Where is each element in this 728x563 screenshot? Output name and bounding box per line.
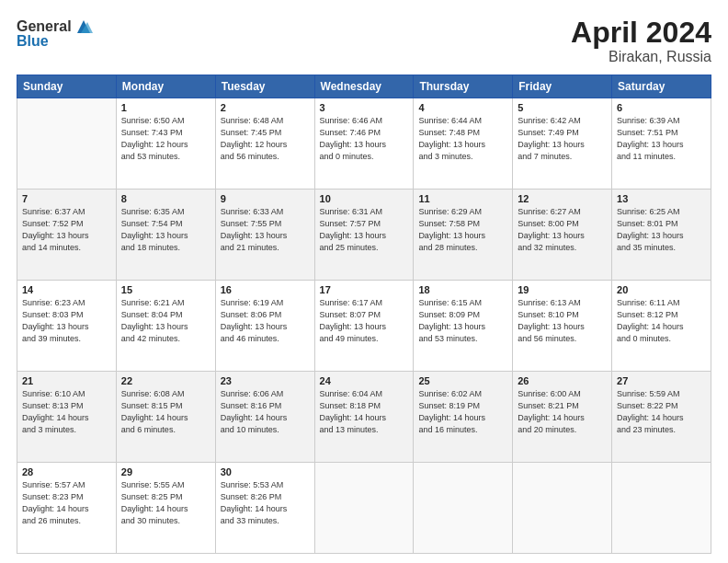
day-number: 8 [121,193,210,204]
table-row: 18Sunrise: 6:15 AM Sunset: 8:09 PM Dayli… [414,281,513,372]
day-info: Sunrise: 6:19 AM Sunset: 8:06 PM Dayligh… [221,297,310,345]
table-row: 24Sunrise: 6:04 AM Sunset: 8:18 PM Dayli… [314,372,414,463]
day-info: Sunrise: 6:23 AM Sunset: 8:03 PM Dayligh… [22,297,111,345]
day-number: 6 [617,102,706,113]
day-number: 9 [221,193,310,204]
day-number: 17 [320,284,409,295]
day-number: 29 [121,466,210,477]
table-row: 14Sunrise: 6:23 AM Sunset: 8:03 PM Dayli… [17,281,117,372]
day-number: 24 [320,375,409,386]
day-info: Sunrise: 5:55 AM Sunset: 8:25 PM Dayligh… [121,479,210,527]
day-info: Sunrise: 6:10 AM Sunset: 8:13 PM Dayligh… [22,388,111,436]
day-number: 27 [617,375,706,386]
table-row: 28Sunrise: 5:57 AM Sunset: 8:23 PM Dayli… [17,463,117,554]
day-info: Sunrise: 6:04 AM Sunset: 8:18 PM Dayligh… [320,388,409,436]
day-number: 2 [221,102,310,113]
table-row: 25Sunrise: 6:02 AM Sunset: 8:19 PM Dayli… [414,372,513,463]
table-row: 3Sunrise: 6:46 AM Sunset: 7:46 PM Daylig… [314,98,414,190]
table-row: 26Sunrise: 6:00 AM Sunset: 8:21 PM Dayli… [513,372,612,463]
table-row: 4Sunrise: 6:44 AM Sunset: 7:48 PM Daylig… [414,98,513,190]
header: General Blue April 2024 Birakan, Russia [17,17,711,65]
logo-icon [74,17,94,37]
day-number: 5 [518,102,607,113]
day-number: 7 [22,193,111,204]
header-thursday: Thursday [414,75,513,98]
table-row: 12Sunrise: 6:27 AM Sunset: 8:00 PM Dayli… [513,190,612,281]
page: General Blue April 2024 Birakan, Russia … [0,0,728,563]
table-row: 20Sunrise: 6:11 AM Sunset: 8:12 PM Dayli… [612,281,711,372]
calendar-week-2: 14Sunrise: 6:23 AM Sunset: 8:03 PM Dayli… [17,281,711,372]
day-info: Sunrise: 6:08 AM Sunset: 8:15 PM Dayligh… [121,388,210,436]
title-area: April 2024 Birakan, Russia [571,17,711,65]
header-friday: Friday [513,75,612,98]
day-number: 19 [518,284,607,295]
table-row: 13Sunrise: 6:25 AM Sunset: 8:01 PM Dayli… [612,190,711,281]
calendar-week-3: 21Sunrise: 6:10 AM Sunset: 8:13 PM Dayli… [17,372,711,463]
table-row: 7Sunrise: 6:37 AM Sunset: 7:52 PM Daylig… [17,190,117,281]
table-row: 11Sunrise: 6:29 AM Sunset: 7:58 PM Dayli… [414,190,513,281]
day-number: 14 [22,284,111,295]
day-info: Sunrise: 6:27 AM Sunset: 8:00 PM Dayligh… [518,206,607,254]
day-info: Sunrise: 6:06 AM Sunset: 8:16 PM Dayligh… [221,388,310,436]
table-row: 23Sunrise: 6:06 AM Sunset: 8:16 PM Dayli… [215,372,314,463]
table-row: 27Sunrise: 5:59 AM Sunset: 8:22 PM Dayli… [612,372,711,463]
day-info: Sunrise: 6:13 AM Sunset: 8:10 PM Dayligh… [518,297,607,345]
day-info: Sunrise: 6:11 AM Sunset: 8:12 PM Dayligh… [617,297,706,345]
day-info: Sunrise: 6:00 AM Sunset: 8:21 PM Dayligh… [518,388,607,436]
day-info: Sunrise: 6:39 AM Sunset: 7:51 PM Dayligh… [617,115,706,163]
day-number: 20 [617,284,706,295]
table-row: 19Sunrise: 6:13 AM Sunset: 8:10 PM Dayli… [513,281,612,372]
table-row: 21Sunrise: 6:10 AM Sunset: 8:13 PM Dayli… [17,372,117,463]
day-number: 3 [320,102,409,113]
day-number: 22 [121,375,210,386]
day-info: Sunrise: 6:50 AM Sunset: 7:43 PM Dayligh… [121,115,210,163]
day-number: 15 [121,284,210,295]
day-number: 12 [518,193,607,204]
header-saturday: Saturday [612,75,711,98]
day-info: Sunrise: 6:44 AM Sunset: 7:48 PM Dayligh… [418,115,507,163]
day-number: 23 [221,375,310,386]
day-info: Sunrise: 6:37 AM Sunset: 7:52 PM Dayligh… [22,206,111,254]
month-title: April 2024 [571,17,711,49]
table-row: 6Sunrise: 6:39 AM Sunset: 7:51 PM Daylig… [612,98,711,190]
day-info: Sunrise: 6:21 AM Sunset: 8:04 PM Dayligh… [121,297,210,345]
calendar-table: Sunday Monday Tuesday Wednesday Thursday… [17,75,711,554]
day-number: 25 [418,375,507,386]
day-info: Sunrise: 6:42 AM Sunset: 7:49 PM Dayligh… [518,115,607,163]
header-sunday: Sunday [17,75,117,98]
table-row: 30Sunrise: 5:53 AM Sunset: 8:26 PM Dayli… [215,463,314,554]
day-info: Sunrise: 5:53 AM Sunset: 8:26 PM Dayligh… [221,479,310,527]
day-info: Sunrise: 6:35 AM Sunset: 7:54 PM Dayligh… [121,206,210,254]
table-row: 22Sunrise: 6:08 AM Sunset: 8:15 PM Dayli… [116,372,215,463]
table-row: 1Sunrise: 6:50 AM Sunset: 7:43 PM Daylig… [116,98,215,190]
header-wednesday: Wednesday [314,75,414,98]
table-row: 2Sunrise: 6:48 AM Sunset: 7:45 PM Daylig… [215,98,314,190]
day-info: Sunrise: 6:29 AM Sunset: 7:58 PM Dayligh… [418,206,507,254]
day-number: 11 [418,193,507,204]
day-number: 18 [418,284,507,295]
table-row [414,463,513,554]
day-number: 4 [418,102,507,113]
day-info: Sunrise: 6:31 AM Sunset: 7:57 PM Dayligh… [320,206,409,254]
table-row: 5Sunrise: 6:42 AM Sunset: 7:49 PM Daylig… [513,98,612,190]
day-number: 26 [518,375,607,386]
table-row: 16Sunrise: 6:19 AM Sunset: 8:06 PM Dayli… [215,281,314,372]
day-info: Sunrise: 6:33 AM Sunset: 7:55 PM Dayligh… [221,206,310,254]
day-info: Sunrise: 6:25 AM Sunset: 8:01 PM Dayligh… [617,206,706,254]
logo: General Blue [17,17,94,50]
weekday-header-row: Sunday Monday Tuesday Wednesday Thursday… [17,75,711,98]
day-number: 16 [221,284,310,295]
calendar-week-1: 7Sunrise: 6:37 AM Sunset: 7:52 PM Daylig… [17,190,711,281]
table-row: 9Sunrise: 6:33 AM Sunset: 7:55 PM Daylig… [215,190,314,281]
header-monday: Monday [116,75,215,98]
day-info: Sunrise: 6:02 AM Sunset: 8:19 PM Dayligh… [418,388,507,436]
header-tuesday: Tuesday [215,75,314,98]
day-info: Sunrise: 6:46 AM Sunset: 7:46 PM Dayligh… [320,115,409,163]
calendar-week-4: 28Sunrise: 5:57 AM Sunset: 8:23 PM Dayli… [17,463,711,554]
day-number: 1 [121,102,210,113]
table-row [513,463,612,554]
day-info: Sunrise: 6:15 AM Sunset: 8:09 PM Dayligh… [418,297,507,345]
table-row: 17Sunrise: 6:17 AM Sunset: 8:07 PM Dayli… [314,281,414,372]
day-number: 10 [320,193,409,204]
day-info: Sunrise: 6:17 AM Sunset: 8:07 PM Dayligh… [320,297,409,345]
